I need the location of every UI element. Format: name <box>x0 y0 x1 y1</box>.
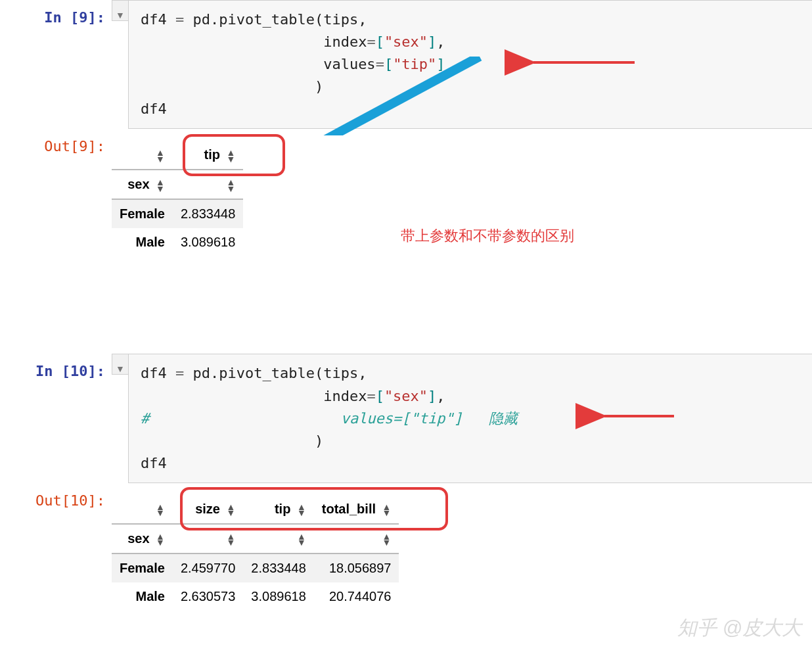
cell-value: 3.089618 <box>173 228 243 256</box>
sort-icon <box>382 534 392 546</box>
sort-icon <box>156 534 165 546</box>
blank-header[interactable] <box>173 524 243 554</box>
sort-icon <box>297 534 306 546</box>
index-header-row: sex <box>112 524 399 554</box>
cell-value: 2.833448 <box>243 554 313 582</box>
column-header-tip[interactable]: tip <box>243 495 313 524</box>
output-prompt: Out[9]: <box>0 129 112 154</box>
input-prompt: In [9]: <box>0 0 112 26</box>
sort-icon <box>227 179 236 191</box>
cell-value: 20.744076 <box>314 582 399 611</box>
row-index: Female <box>112 554 173 582</box>
output-area: size tip total_bill sex Female 2.45 <box>112 483 812 660</box>
dataframe-table: size tip total_bill sex Female 2.45 <box>112 495 399 611</box>
row-index: Male <box>112 228 173 256</box>
cell-value: 2.630573 <box>173 582 243 611</box>
code-input[interactable]: df4 = pd.pivot_table(tips, index=["sex"]… <box>128 0 812 129</box>
cell-value: 2.833448 <box>173 199 243 228</box>
sort-icon <box>227 150 236 162</box>
annotation-text: 带上参数和不带参数的区别 <box>401 226 574 246</box>
input-cell-9: In [9]: ▼ df4 = pd.pivot_table(tips, ind… <box>0 0 812 129</box>
blank-header[interactable] <box>112 495 173 524</box>
table-header-row: size tip total_bill <box>112 495 399 524</box>
sort-icon <box>227 534 236 546</box>
table-row: Male 2.630573 3.089618 20.744076 <box>112 582 399 611</box>
dataframe-table: tip sex Female 2.833448 Male 3.089618 <box>112 141 243 256</box>
table-row: Female 2.459770 2.833448 18.056897 <box>112 554 399 582</box>
blank-header[interactable] <box>243 524 313 554</box>
blank-header[interactable] <box>173 170 243 199</box>
sort-icon <box>156 504 165 516</box>
input-prompt: In [10]: <box>0 354 112 379</box>
sort-icon <box>382 504 392 516</box>
cell-value: 18.056897 <box>314 554 399 582</box>
index-header-row: sex <box>112 170 243 199</box>
index-name-header[interactable]: sex <box>112 524 173 554</box>
blank-header[interactable] <box>112 141 173 170</box>
output-cell-10: Out[10]: size tip total_bill sex <box>0 483 812 660</box>
sort-icon <box>297 504 306 516</box>
column-header-total-bill[interactable]: total_bill <box>314 495 399 524</box>
column-header-tip[interactable]: tip <box>173 141 243 170</box>
column-header-size[interactable]: size <box>173 495 243 524</box>
table-row: Male 3.089618 <box>112 228 243 256</box>
code-input[interactable]: df4 = pd.pivot_table(tips, index=["sex"]… <box>128 354 812 483</box>
chevron-down-icon: ▼ <box>116 364 125 374</box>
sort-icon <box>227 504 236 516</box>
input-cell-10: In [10]: ▼ df4 = pd.pivot_table(tips, in… <box>0 354 812 483</box>
chevron-down-icon: ▼ <box>116 10 125 20</box>
output-cell-9: Out[9]: tip sex <box>0 129 812 308</box>
table-row: Female 2.833448 <box>112 199 243 228</box>
cell-value: 2.459770 <box>173 554 243 582</box>
cell-collapser[interactable]: ▼ <box>112 0 128 21</box>
output-prompt: Out[10]: <box>0 483 112 509</box>
row-index: Male <box>112 582 173 611</box>
sort-icon <box>156 179 165 191</box>
index-name-header[interactable]: sex <box>112 170 173 199</box>
row-index: Female <box>112 199 173 228</box>
blank-header[interactable] <box>314 524 399 554</box>
table-header-row: tip <box>112 141 243 170</box>
cell-collapser[interactable]: ▼ <box>112 354 128 375</box>
output-area: tip sex Female 2.833448 Male 3.089618 <box>112 129 812 308</box>
sort-icon <box>156 150 165 162</box>
cell-value: 3.089618 <box>243 582 313 611</box>
